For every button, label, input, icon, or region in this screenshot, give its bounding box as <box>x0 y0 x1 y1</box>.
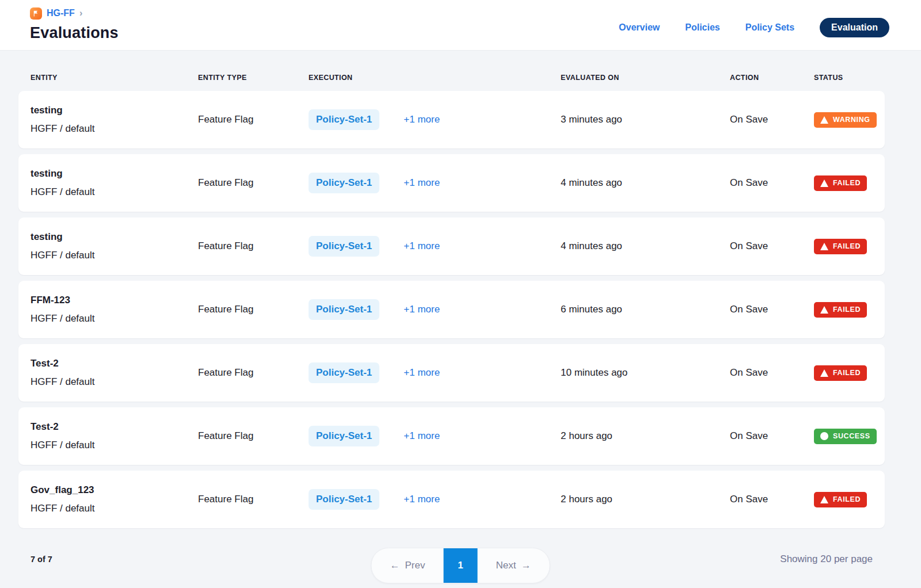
prev-label: Prev <box>405 560 425 571</box>
next-page-button[interactable]: Next → <box>478 548 550 583</box>
entity-name: testing <box>31 231 198 243</box>
breadcrumb: HG-FF › <box>30 6 119 21</box>
entity-scope: HGFF / default <box>31 313 198 324</box>
evaluated-on: 4 minutes ago <box>561 240 730 252</box>
page-title: Evaluations <box>30 24 119 42</box>
table-row[interactable]: Test-2 HGFF / default Feature Flag Polic… <box>18 407 885 465</box>
status-label: SUCCESS <box>833 432 870 440</box>
per-page-label: Showing 20 per page <box>780 547 873 565</box>
entity-name: testing <box>31 168 198 180</box>
table-row[interactable]: testing HGFF / default Feature Flag Poli… <box>18 91 885 148</box>
status-badge: WARNING <box>814 112 877 128</box>
entity-scope: HGFF / default <box>31 250 198 261</box>
status-label: FAILED <box>833 179 861 187</box>
warning-triangle-icon <box>820 306 828 314</box>
column-header-evaluated-on: Evaluated On <box>561 74 730 82</box>
policy-set-chip[interactable]: Policy-Set-1 <box>309 362 379 383</box>
action: On Save <box>730 367 814 379</box>
tab-evaluation-active[interactable]: Evaluation <box>820 18 889 37</box>
status-badge: FAILED <box>814 175 867 191</box>
arrow-left-icon: ← <box>390 560 400 571</box>
warning-triangle-icon <box>820 243 828 250</box>
entity-name: FFM-123 <box>31 295 198 306</box>
entity-name: Test-2 <box>31 421 198 433</box>
tab-overview[interactable]: Overview <box>619 22 660 33</box>
column-header-entity-type: Entity Type <box>198 74 309 82</box>
entity-type: Feature Flag <box>198 240 309 252</box>
evaluated-on: 2 hours ago <box>561 430 730 442</box>
policy-set-chip[interactable]: Policy-Set-1 <box>309 426 379 446</box>
entity-scope: HGFF / default <box>31 376 198 388</box>
evaluations-table: testing HGFF / default Feature Flag Poli… <box>18 91 885 528</box>
status-label: FAILED <box>833 242 861 250</box>
warning-triangle-icon <box>820 116 828 124</box>
action: On Save <box>730 304 814 315</box>
top-header: HG-FF › Evaluations Overview Policies Po… <box>0 0 921 51</box>
more-policy-sets-link[interactable]: +1 more <box>404 240 440 252</box>
entity-type: Feature Flag <box>198 430 309 442</box>
column-header-execution: Execution <box>309 74 561 82</box>
status-badge: FAILED <box>814 365 867 381</box>
action: On Save <box>730 114 814 125</box>
prev-page-button[interactable]: ← Prev <box>372 548 444 583</box>
more-policy-sets-link[interactable]: +1 more <box>404 367 440 379</box>
evaluated-on: 10 minutes ago <box>561 367 730 379</box>
page-number-button[interactable]: 1 <box>444 548 478 583</box>
entity-type: Feature Flag <box>198 494 309 505</box>
policy-set-chip[interactable]: Policy-Set-1 <box>309 236 379 257</box>
entity-scope: HGFF / default <box>31 503 198 514</box>
action: On Save <box>730 494 814 505</box>
evaluated-on: 2 hours ago <box>561 494 730 505</box>
entity-type: Feature Flag <box>198 177 309 189</box>
table-header-row: Entity Entity Type Execution Evaluated O… <box>18 59 885 91</box>
policy-set-chip[interactable]: Policy-Set-1 <box>309 109 379 130</box>
warning-triangle-icon <box>820 369 828 377</box>
pagination: ← Prev 1 Next → <box>371 548 550 583</box>
status-label: FAILED <box>833 369 861 377</box>
more-policy-sets-link[interactable]: +1 more <box>404 177 440 189</box>
arrow-right-icon: → <box>521 560 531 571</box>
entity-scope: HGFF / default <box>31 186 198 198</box>
next-label: Next <box>496 560 516 571</box>
table-row[interactable]: testing HGFF / default Feature Flag Poli… <box>18 154 885 212</box>
policy-set-chip[interactable]: Policy-Set-1 <box>309 489 379 510</box>
feature-flag-app-icon <box>30 7 42 20</box>
policy-set-chip[interactable]: Policy-Set-1 <box>309 173 379 193</box>
status-badge: FAILED <box>814 302 867 318</box>
breadcrumb-project-link[interactable]: HG-FF <box>47 8 75 18</box>
status-label: FAILED <box>833 495 861 503</box>
top-nav: Overview Policies Policy Sets Evaluation <box>619 6 889 39</box>
more-policy-sets-link[interactable]: +1 more <box>404 114 440 125</box>
entity-name: Gov_flag_123 <box>31 484 198 496</box>
column-header-status: Status <box>814 74 885 82</box>
tab-policies[interactable]: Policies <box>685 22 720 33</box>
tab-policy-sets[interactable]: Policy Sets <box>745 22 794 33</box>
more-policy-sets-link[interactable]: +1 more <box>404 430 440 442</box>
entity-name: testing <box>31 105 198 116</box>
warning-triangle-icon <box>820 496 828 503</box>
evaluated-on: 6 minutes ago <box>561 304 730 315</box>
table-row[interactable]: Test-2 HGFF / default Feature Flag Polic… <box>18 344 885 402</box>
action: On Save <box>730 430 814 442</box>
more-policy-sets-link[interactable]: +1 more <box>404 494 440 505</box>
status-badge: FAILED <box>814 239 867 254</box>
row-count: 7 of 7 <box>31 547 52 564</box>
status-label: WARNING <box>833 116 870 124</box>
column-header-entity: Entity <box>31 74 198 82</box>
entity-type: Feature Flag <box>198 114 309 125</box>
table-row[interactable]: testing HGFF / default Feature Flag Poli… <box>18 217 885 275</box>
table-row[interactable]: Gov_flag_123 HGFF / default Feature Flag… <box>18 471 885 528</box>
evaluated-on: 3 minutes ago <box>561 114 730 125</box>
status-label: FAILED <box>833 306 861 314</box>
chevron-right-icon: › <box>79 8 82 18</box>
entity-scope: HGFF / default <box>31 123 198 135</box>
policy-set-chip[interactable]: Policy-Set-1 <box>309 299 379 320</box>
action: On Save <box>730 177 814 189</box>
entity-type: Feature Flag <box>198 304 309 315</box>
evaluated-on: 4 minutes ago <box>561 177 730 189</box>
success-check-icon <box>820 432 828 440</box>
column-header-action: Action <box>730 74 814 82</box>
table-row[interactable]: FFM-123 HGFF / default Feature Flag Poli… <box>18 281 885 338</box>
action: On Save <box>730 240 814 252</box>
more-policy-sets-link[interactable]: +1 more <box>404 304 440 315</box>
